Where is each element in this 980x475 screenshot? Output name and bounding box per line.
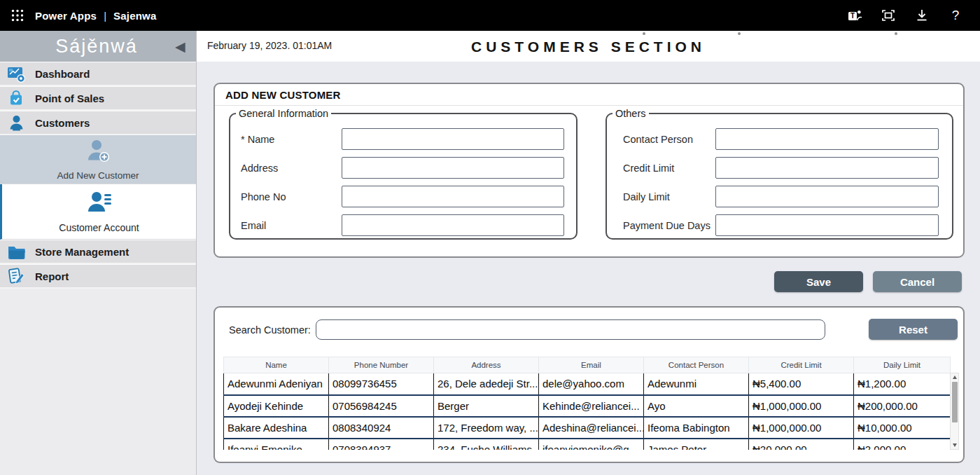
table-row[interactable]: Ifeanyi Emenike 0708394937 234, Fuche Wi… — [224, 439, 951, 450]
others-fieldset: Others Contact Person Credit Limit Daily… — [606, 108, 953, 240]
add-new-customer-panel: ADD NEW CUSTOMER General Information * N… — [214, 83, 965, 258]
sidebar-item-add-new-customer[interactable]: Add New Customer — [0, 135, 196, 184]
cell-name: Ayodeji Kehinde — [224, 395, 329, 417]
fieldset-legend: General Information — [236, 108, 331, 119]
cell-address: 234, Fuche Williams... — [434, 439, 539, 450]
daily-limit-label: Daily Limit — [607, 191, 715, 202]
waffle-dots — [11, 9, 24, 22]
cell-credit-limit: ₦20,000.00 — [749, 439, 854, 450]
sidebar-collapse-button[interactable]: ◀ — [175, 39, 196, 55]
cell-phone: 0708394937 — [329, 439, 434, 450]
sidebar-item-report[interactable]: Report — [0, 264, 196, 289]
cell-email: ifeanyiemenike@g... — [539, 439, 644, 450]
cell-address: 172, Freedom way, ... — [434, 417, 539, 439]
title-separator: | — [104, 10, 106, 22]
address-field[interactable] — [342, 157, 564, 179]
cell-daily-limit: ₦2,000.00 — [854, 439, 951, 450]
app-name: Sajenwa — [113, 10, 156, 22]
col-header-address[interactable]: Address — [434, 357, 539, 373]
sidebar-logo-row: Sájěnwá ◀ — [0, 31, 196, 62]
cell-email: Adeshina@reliancei... — [539, 417, 644, 439]
cell-email: Kehinde@reliancei... — [539, 395, 644, 417]
general-information-fieldset: General Information * Name Address Phone… — [229, 108, 578, 240]
scrollbar-thumb[interactable] — [952, 382, 958, 422]
credit-limit-field[interactable] — [715, 157, 939, 179]
cell-daily-limit: ₦1,200.00 — [854, 373, 951, 395]
email-field[interactable] — [342, 214, 564, 236]
sidebar: Sájěnwá ◀ Dashboard — [0, 31, 197, 475]
col-header-email[interactable]: Email — [539, 357, 644, 373]
table-scrollbar[interactable] — [950, 373, 959, 450]
sidebar-item-store-management[interactable]: Store Management — [0, 240, 196, 264]
sidebar-item-label: Report — [35, 270, 69, 282]
content-area: ADD NEW CUSTOMER General Information * N… — [197, 62, 980, 475]
table-row[interactable]: Bakare Adeshina 0808340924 172, Freedom … — [224, 417, 951, 439]
customer-list-panel: Search Customer: Reset Name — [214, 306, 965, 463]
download-icon[interactable] — [913, 6, 931, 25]
table-row[interactable]: Adewunmi Adeniyan 08099736455 26, Dele a… — [224, 373, 951, 395]
sidebar-item-point-of-sales[interactable]: Point of Sales — [0, 86, 196, 111]
col-header-daily-limit[interactable]: Daily Limit — [854, 357, 951, 373]
sidebar-item-customer-account[interactable]: Customer Account — [0, 184, 196, 240]
scroll-down-arrow-icon[interactable] — [953, 443, 957, 447]
cell-credit-limit: ₦1,000,000.00 — [749, 417, 854, 439]
cell-name: Bakare Adeshina — [224, 417, 329, 439]
waffle-menu-icon[interactable] — [7, 5, 28, 26]
save-button[interactable]: Save — [774, 271, 863, 292]
phone-field[interactable] — [342, 186, 564, 207]
folder-icon — [6, 242, 26, 261]
cell-phone: 0808340924 — [329, 417, 434, 439]
table-row[interactable]: Ayodeji Kehinde 07056984245 Berger Kehin… — [224, 395, 951, 417]
table-header-row: Name Phone Number Address Email Contact … — [224, 357, 951, 373]
col-header-contact-person[interactable]: Contact Person — [644, 357, 749, 373]
help-icon[interactable]: ? — [946, 6, 965, 25]
submenu-item-label: Customer Account — [59, 222, 139, 233]
search-customer-input[interactable] — [316, 319, 825, 340]
daily-limit-field[interactable] — [715, 186, 939, 207]
page-header: February 19, 2023. 01:01AM CUSTOMERS SEC… — [197, 31, 980, 62]
form-actions: Save Cancel — [214, 271, 965, 292]
panel-title: ADD NEW CUSTOMER — [215, 84, 963, 106]
sidebar-item-customers[interactable]: Customers — [0, 111, 196, 135]
submenu-item-label: Add New Customer — [57, 170, 139, 181]
decorative-dot — [895, 32, 897, 35]
cell-email: dele@yahoo.com — [539, 373, 644, 395]
app-title[interactable]: Power Apps — [35, 10, 97, 22]
sidebar-item-label: Customers — [35, 117, 90, 129]
search-customer-label: Search Customer: — [229, 324, 311, 336]
col-header-credit-limit[interactable]: Credit Limit — [749, 357, 854, 373]
col-header-phone[interactable]: Phone Number — [329, 357, 434, 373]
email-label: Email — [230, 220, 342, 231]
customers-table-wrap: Name Phone Number Address Email Contact … — [223, 357, 959, 450]
cell-credit-limit: ₦1,000,000.00 — [749, 395, 854, 417]
customers-table: Name Phone Number Address Email Contact … — [223, 357, 951, 450]
sidebar-item-dashboard[interactable]: Dashboard — [0, 62, 196, 86]
cell-contact-person: Ifeoma Babington — [644, 417, 749, 439]
cell-contact-person: Ayo — [644, 395, 749, 417]
decorative-dot — [643, 32, 645, 35]
person-icon — [6, 113, 26, 132]
teams-icon[interactable]: T — [846, 6, 864, 25]
shopping-bag-icon — [6, 88, 26, 108]
col-header-name[interactable]: Name — [224, 357, 329, 373]
fit-screen-icon[interactable] — [879, 6, 897, 25]
fieldset-legend: Others — [612, 108, 649, 119]
cell-credit-limit: ₦5,400.00 — [749, 373, 854, 395]
payment-due-days-label: Payment Due Days — [607, 220, 715, 231]
cell-contact-person: James Peter — [644, 439, 749, 450]
cell-daily-limit: ₦200,000.00 — [854, 395, 951, 417]
cell-phone: 08099736455 — [329, 373, 434, 395]
cell-name: Adewunmi Adeniyan — [224, 373, 329, 395]
payment-due-days-field[interactable] — [715, 214, 939, 236]
scroll-up-arrow-icon[interactable] — [953, 376, 957, 379]
contact-person-label: Contact Person — [607, 134, 715, 145]
contact-person-field[interactable] — [715, 128, 939, 150]
person-add-icon — [85, 138, 111, 167]
cancel-button[interactable]: Cancel — [873, 271, 962, 292]
cell-daily-limit: ₦10,000.00 — [854, 417, 951, 439]
brand-logo: Sájěnwá — [0, 36, 175, 57]
svg-text:T: T — [850, 12, 855, 20]
cell-contact-person: Adewunmi — [644, 373, 749, 395]
name-field[interactable] — [342, 128, 564, 150]
reset-button[interactable]: Reset — [869, 319, 958, 340]
